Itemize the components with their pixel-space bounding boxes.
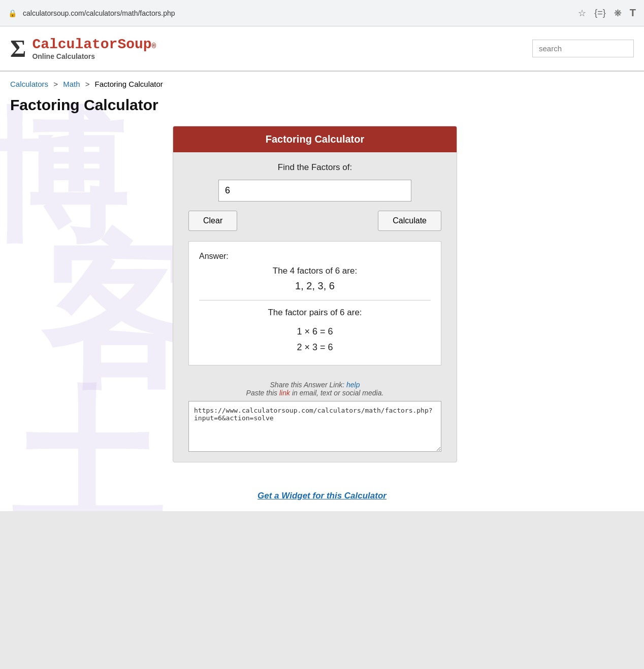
find-factors-label: Find the Factors of: <box>188 162 441 173</box>
answer-label: Answer: <box>199 252 431 261</box>
factor-pairs: 1 × 6 = 6 2 × 3 = 6 <box>199 324 431 355</box>
logo-text: CalculatorSoup® Online Calculators <box>32 37 156 60</box>
breadcrumb-sep-2: > <box>85 80 90 88</box>
page-wrapper: 博 客 土 oo Σ CalculatorSoup® Online Calcul… <box>0 26 644 511</box>
calc-buttons: Clear Calculate <box>188 211 441 231</box>
share-text-3: in email, text or social media. <box>292 389 384 397</box>
widget-link-area: Get a Widget for this Calculator <box>0 483 644 511</box>
factor-pair-2: 2 × 3 = 6 <box>199 340 431 355</box>
calculator-header: Factoring Calculator <box>173 126 457 152</box>
calculator-container: Factoring Calculator Find the Factors of… <box>173 126 457 462</box>
share-help-link[interactable]: help <box>346 381 360 389</box>
factor-pairs-label: The factor pairs of 6 are: <box>199 308 431 318</box>
browser-icons: ☆ {=} ❋ T <box>578 7 636 19</box>
clear-button[interactable]: Clear <box>188 211 237 231</box>
logo-name: CalculatorSoup® <box>32 37 156 52</box>
logo-area: Σ CalculatorSoup® Online Calculators <box>10 35 156 62</box>
font-icon[interactable]: T <box>630 7 636 19</box>
factors-list: 1, 2, 3, 6 <box>199 280 431 292</box>
search-input[interactable] <box>532 40 634 57</box>
share-link-text: link <box>279 389 290 397</box>
answer-box: Answer: The 4 factors of 6 are: 1, 2, 3,… <box>188 241 441 365</box>
breadcrumb-sep-1: > <box>53 80 58 88</box>
share-url-textarea[interactable]: https://www.calculatorsoup.com/calculato… <box>188 401 441 452</box>
breadcrumb: Calculators > Math > Factoring Calculato… <box>0 72 644 92</box>
share-section: Share this Answer Link: help Paste this … <box>188 376 441 401</box>
logo-reg: ® <box>152 42 156 50</box>
logo-name-part1: Calculator <box>32 37 117 52</box>
star-icon[interactable]: ☆ <box>578 8 586 19</box>
widget-link[interactable]: Get a Widget for this Calculator <box>257 491 387 500</box>
dropbox-icon[interactable]: ❋ <box>614 8 622 19</box>
logo-name-part2: Soup <box>117 37 151 52</box>
factors-count-text: The 4 factors of 6 are: <box>199 266 431 276</box>
calculate-button[interactable]: Calculate <box>378 211 441 231</box>
number-input[interactable] <box>218 180 411 202</box>
breadcrumb-math-link[interactable]: Math <box>63 80 80 88</box>
sigma-icon: Σ <box>10 35 26 62</box>
browser-bar: 🔒 calculatorsoup.com/calculators/math/fa… <box>0 0 644 26</box>
factor-pair-1: 1 × 6 = 6 <box>199 324 431 340</box>
lock-icon: 🔒 <box>8 9 17 17</box>
calculator-body: Find the Factors of: Clear Calculate Ans… <box>173 152 457 462</box>
share-text-1: Share this Answer Link: <box>270 381 345 389</box>
answer-content: The 4 factors of 6 are: 1, 2, 3, 6 The f… <box>199 266 431 355</box>
logo-subtitle: Online Calculators <box>32 52 156 60</box>
page-title: Factoring Calculator <box>0 92 644 126</box>
code-icon[interactable]: {=} <box>594 8 606 18</box>
share-text-2: Paste this <box>246 389 277 397</box>
url-bar: calculatorsoup.com/calculators/math/fact… <box>23 9 572 17</box>
answer-divider <box>199 300 431 300</box>
breadcrumb-calculators-link[interactable]: Calculators <box>10 80 48 88</box>
site-header: Σ CalculatorSoup® Online Calculators <box>0 26 644 72</box>
breadcrumb-current: Factoring Calculator <box>95 80 163 88</box>
